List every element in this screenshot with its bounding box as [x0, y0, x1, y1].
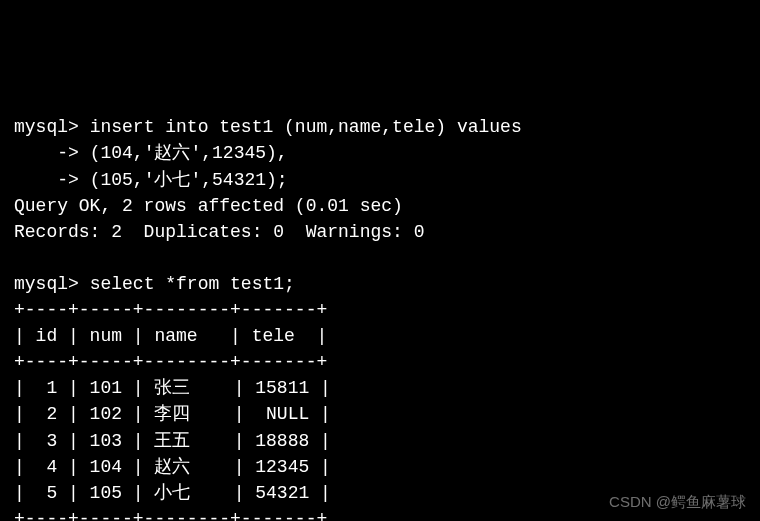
table-border-top: +----+-----+--------+-------+ — [14, 300, 327, 320]
continuation-prompt: -> — [14, 170, 79, 190]
table-row: | 1 | 101 | 张三 | 15811 | — [14, 378, 331, 398]
table-row: | 3 | 103 | 王五 | 18888 | — [14, 431, 331, 451]
table-border-bottom: +----+-----+--------+-------+ — [14, 509, 327, 521]
select-command: select *from test1; — [90, 274, 295, 294]
query-ok-status: Query OK, 2 rows affected (0.01 sec) — [14, 196, 403, 216]
table-header-row: | id | num | name | tele | — [14, 326, 327, 346]
prompt: mysql> — [14, 117, 79, 137]
insert-values-1: (104,'赵六',12345), — [90, 143, 288, 163]
insert-command: insert into test1 (num,name,tele) values — [90, 117, 522, 137]
insert-values-2: (105,'小七',54321); — [90, 170, 288, 190]
continuation-prompt: -> — [14, 143, 79, 163]
table-border-mid: +----+-----+--------+-------+ — [14, 352, 327, 372]
prompt: mysql> — [14, 274, 79, 294]
watermark: CSDN @鳄鱼麻薯球 — [609, 491, 746, 513]
table-row: | 2 | 102 | 李四 | NULL | — [14, 404, 331, 424]
table-row: | 5 | 105 | 小七 | 54321 | — [14, 483, 331, 503]
table-row: | 4 | 104 | 赵六 | 12345 | — [14, 457, 331, 477]
records-status: Records: 2 Duplicates: 0 Warnings: 0 — [14, 222, 424, 242]
